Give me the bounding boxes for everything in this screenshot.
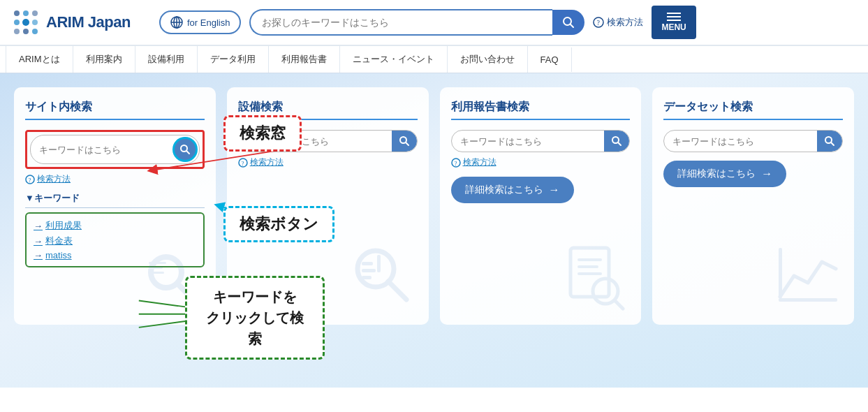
main-content: 検索窓 検索ボタン キーワードをクリックして検索 サイト内検索: [0, 73, 868, 388]
svg-line-23: [186, 151, 189, 154]
report-search-button[interactable]: [604, 131, 629, 152]
svg-point-5: [32, 20, 38, 25]
svg-rect-38: [362, 269, 376, 272]
svg-text:?: ?: [241, 160, 244, 167]
svg-rect-53: [779, 298, 837, 302]
dataset-search-wrap: [663, 130, 843, 152]
svg-rect-30: [149, 272, 164, 274]
nav-item-data[interactable]: データ利用: [198, 46, 269, 73]
dataset-search-card: データセット検索 詳細検索はこちら →: [652, 87, 854, 325]
report-bg-icon: [560, 241, 630, 314]
nav-item-news[interactable]: ニュース・イベント: [340, 46, 448, 73]
cards-grid: サイト内検索 ? 検索方法: [14, 87, 854, 325]
navigation-bar: ARIMとは 利用案内 設備利用 データ利用 利用報告書 ニュース・イベント お…: [0, 46, 868, 73]
search-icon-dataset: [824, 135, 835, 147]
site-search-highlight: [25, 130, 205, 169]
svg-rect-37: [362, 262, 373, 265]
site-search-input[interactable]: [31, 140, 171, 160]
nav-item-equipment[interactable]: 設備利用: [135, 46, 198, 73]
nav-item-contact[interactable]: お問い合わせ: [448, 46, 528, 73]
help-icon-equipment: ?: [238, 158, 248, 168]
svg-point-4: [22, 19, 29, 26]
svg-line-52: [831, 142, 834, 145]
search-icon: [562, 16, 575, 29]
report-search-input[interactable]: [452, 131, 605, 152]
header: ARIM Japan for English ? 検索方法 MENU: [0, 0, 868, 46]
equipment-search-button[interactable]: [392, 131, 417, 152]
keyword-arrow-1: →: [34, 236, 43, 247]
site-search-button[interactable]: [172, 137, 198, 162]
help-icon-sm: ?: [25, 175, 35, 184]
keyword-arrow-2: →: [34, 250, 43, 260]
report-search-card: 利用報告書検索 ? 検索方法 詳細検索はこちら: [440, 87, 642, 325]
svg-point-8: [32, 29, 38, 34]
svg-point-6: [14, 29, 20, 34]
language-button[interactable]: for English: [159, 10, 241, 34]
main-search-input[interactable]: [249, 9, 552, 36]
nav-item-report[interactable]: 利用報告書: [269, 46, 340, 73]
svg-point-3: [14, 20, 20, 25]
annotation-search-button: 検索ボタン: [223, 206, 334, 242]
hamburger-icon: [667, 13, 681, 21]
logo-area: ARIM Japan: [11, 8, 151, 37]
keyword-arrow-0: →: [34, 221, 43, 231]
svg-line-50: [615, 300, 623, 309]
nav-item-faq[interactable]: FAQ: [528, 47, 572, 72]
svg-rect-48: [578, 272, 602, 275]
svg-rect-47: [578, 265, 598, 268]
dataset-search-button[interactable]: [817, 131, 842, 152]
svg-rect-40: [377, 255, 381, 272]
svg-text:?: ?: [29, 177, 31, 184]
svg-line-42: [618, 142, 621, 145]
search-help-label: 検索方法: [607, 16, 643, 29]
search-icon-equipment: [399, 135, 410, 147]
help-icon: ?: [593, 17, 604, 28]
svg-line-14: [571, 24, 574, 28]
svg-point-1: [23, 10, 29, 16]
svg-rect-54: [779, 248, 782, 298]
main-search-wrapper: [249, 9, 584, 36]
main-search-button[interactable]: [552, 10, 584, 35]
search-icon-report: [611, 135, 622, 147]
equipment-search-method-link[interactable]: ? 検索方法: [238, 156, 418, 168]
report-search-title: 利用報告書検索: [451, 100, 631, 120]
svg-rect-28: [149, 262, 166, 264]
dataset-search-input[interactable]: [664, 131, 817, 152]
site-search-title: サイト内検索: [25, 100, 205, 120]
search-icon-site: [179, 144, 191, 155]
keywords-title: ▼キーワード: [25, 192, 205, 208]
annotation-keyword-click: キーワードをクリックして検索: [185, 276, 325, 360]
svg-rect-39: [362, 276, 372, 279]
menu-label: MENU: [661, 22, 686, 32]
svg-line-32: [406, 142, 409, 145]
svg-rect-29: [149, 267, 163, 269]
keyword-item-1[interactable]: → 料金表: [34, 235, 196, 247]
help-icon-report: ?: [451, 158, 461, 168]
report-search-method-link[interactable]: ? 検索方法: [451, 156, 631, 168]
equipment-bg-icon: [348, 241, 418, 314]
nav-item-guide[interactable]: 利用案内: [73, 46, 135, 73]
site-search-method-link[interactable]: ? 検索方法: [25, 173, 205, 185]
svg-text:?: ?: [454, 160, 457, 167]
arrow-icon: →: [549, 184, 560, 196]
nav-item-arim[interactable]: ARIMとは: [6, 46, 73, 73]
search-help[interactable]: ? 検索方法: [593, 16, 643, 29]
dataset-bg-icon: [773, 241, 843, 314]
dataset-search-title: データセット検索: [663, 100, 843, 120]
report-search-wrap: [451, 130, 631, 152]
svg-text:?: ?: [597, 19, 601, 27]
lang-label: for English: [187, 17, 230, 28]
svg-point-2: [32, 10, 38, 16]
report-detail-search-button[interactable]: 詳細検索はこちら →: [451, 177, 574, 203]
menu-button[interactable]: MENU: [652, 6, 696, 39]
keyword-click-label: キーワードをクリックして検索: [206, 289, 304, 346]
keyword-item-0[interactable]: → 利用成果: [34, 219, 196, 232]
dataset-detail-search-button[interactable]: 詳細検索はこちら →: [663, 161, 786, 187]
logo-icon: [11, 8, 41, 37]
annotation-search-window: 検索窓: [223, 115, 302, 152]
svg-point-0: [14, 10, 20, 16]
svg-rect-46: [578, 258, 602, 261]
svg-line-36: [388, 281, 406, 300]
svg-point-7: [23, 29, 29, 34]
globe-icon: [170, 16, 183, 29]
